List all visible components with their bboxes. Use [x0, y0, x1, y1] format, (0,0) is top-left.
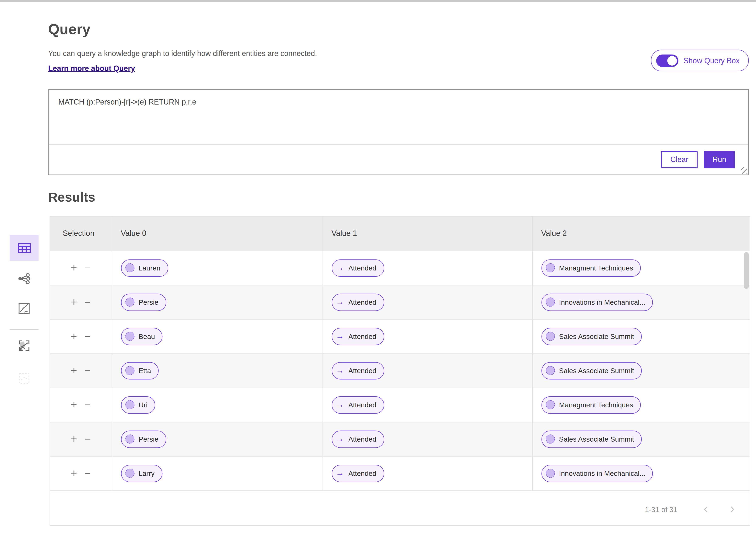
value2-cell: Innovations in Mechanical... [532, 456, 750, 490]
value0-cell: Persie [112, 285, 323, 319]
node-pill[interactable]: Larry [121, 465, 162, 482]
node-pill[interactable]: Beau [121, 328, 163, 345]
toggle-switch-icon[interactable] [656, 54, 678, 67]
toggle-knob [667, 56, 677, 65]
table-scrollbar[interactable] [743, 251, 749, 493]
value1-cell: → Attended [323, 251, 532, 285]
page-description: You can query a knowledge graph to ident… [48, 49, 317, 58]
graph-view-icon [18, 273, 30, 285]
collapse-row-button[interactable]: − [84, 399, 91, 410]
expand-row-button[interactable]: + [71, 263, 77, 273]
node-pill[interactable]: Sales Associate Summit [541, 328, 642, 345]
node-circle-icon [545, 469, 555, 478]
value0-cell: Lauren [112, 251, 323, 285]
value2-cell: Innovations in Mechanical... [532, 285, 750, 319]
textarea-resize-handle[interactable] [741, 167, 747, 174]
collapse-row-button[interactable]: − [84, 263, 91, 273]
node-circle-icon [545, 263, 555, 272]
table-row: + − Uri → Attended Managment Techniques [50, 388, 750, 422]
node-circle-icon [545, 298, 555, 307]
value2-cell: Sales Associate Summit [532, 353, 750, 388]
relation-pill[interactable]: → Attended [332, 396, 384, 414]
query-box: MATCH (p:Person)-[r]->(e) RETURN p,r,e C… [48, 89, 749, 175]
sidebar-item-table-view[interactable] [10, 235, 38, 261]
node-pill[interactable]: Etta [121, 362, 159, 379]
learn-more-link[interactable]: Learn more about Query [48, 64, 135, 73]
selection-cell: + − [50, 388, 112, 422]
sidebar-divider [10, 329, 38, 330]
arrow-right-icon: → [336, 264, 344, 272]
node-pill[interactable]: Persie [121, 431, 166, 448]
node-pill[interactable]: Sales Associate Summit [541, 431, 642, 448]
collapse-row-button[interactable]: − [84, 434, 91, 444]
value0-cell: Uri [112, 388, 323, 422]
arrow-right-icon: → [336, 469, 344, 477]
sidebar-item-frame-graph-view[interactable] [10, 333, 38, 359]
run-button[interactable]: Run [704, 151, 735, 168]
expand-row-button[interactable]: + [71, 297, 77, 308]
relation-pill[interactable]: → Attended [332, 465, 384, 482]
node-pill[interactable]: Innovations in Mechanical... [541, 294, 653, 311]
arrow-right-icon: → [336, 435, 344, 443]
node-pill[interactable]: Uri [121, 396, 155, 414]
table-view-icon [18, 243, 31, 253]
expand-row-button[interactable]: + [71, 468, 77, 478]
collapse-row-button[interactable]: − [84, 297, 91, 308]
expand-row-button[interactable]: + [71, 365, 77, 376]
arrow-right-icon: → [336, 366, 344, 375]
expand-row-button[interactable]: + [71, 331, 77, 342]
node-pill[interactable]: Managment Techniques [541, 396, 641, 414]
table-row: + − Larry → Attended Innovations in Mech… [50, 456, 750, 490]
node-pill[interactable]: Sales Associate Summit [541, 362, 642, 379]
node-pill[interactable]: Innovations in Mechanical... [541, 465, 653, 482]
arrow-right-icon: → [336, 298, 344, 306]
node-pill[interactable]: Lauren [121, 259, 168, 276]
show-query-box-toggle[interactable]: Show Query Box [651, 50, 749, 71]
sidebar-item-disabled-view [10, 365, 38, 392]
relation-pill[interactable]: → Attended [332, 362, 384, 379]
page-title: Query [48, 21, 91, 38]
pagination-next-button[interactable] [725, 502, 739, 516]
collapse-row-button[interactable]: − [84, 365, 91, 376]
node-circle-icon [125, 298, 134, 307]
arrow-right-icon: → [336, 332, 344, 341]
scrollbar-thumb[interactable] [744, 252, 749, 289]
expand-row-button[interactable]: + [71, 399, 77, 410]
value1-cell: → Attended [323, 422, 532, 456]
clear-button[interactable]: Clear [661, 151, 698, 168]
value1-cell: → Attended [323, 388, 532, 422]
sidebar-item-chart-view[interactable] [10, 296, 38, 322]
value1-cell: → Attended [323, 285, 532, 319]
selection-cell: + − [50, 422, 112, 456]
node-pill[interactable]: Persie [121, 294, 166, 311]
arrow-right-icon: → [336, 401, 344, 409]
relation-pill[interactable]: → Attended [332, 259, 384, 276]
relation-pill[interactable]: → Attended [332, 328, 384, 345]
collapse-row-button[interactable]: − [84, 331, 91, 342]
node-circle-icon [125, 400, 134, 409]
relation-pill[interactable]: → Attended [332, 431, 384, 448]
results-title: Results [48, 190, 95, 205]
view-switcher-sidebar [10, 235, 38, 392]
expand-row-button[interactable]: + [71, 434, 77, 444]
table-header-row: Selection Value 0 Value 1 Value 2 [50, 217, 750, 251]
top-border [0, 0, 756, 2]
query-input[interactable]: MATCH (p:Person)-[r]->(e) RETURN p,r,e [49, 90, 748, 145]
value1-cell: → Attended [323, 456, 532, 490]
value0-cell: Larry [112, 456, 323, 490]
value2-cell: Managment Techniques [532, 251, 750, 285]
sidebar-item-graph-view[interactable] [10, 266, 38, 292]
value1-cell: → Attended [323, 319, 532, 353]
selection-cell: + − [50, 353, 112, 388]
collapse-row-button[interactable]: − [84, 468, 91, 478]
node-circle-icon [545, 366, 555, 375]
table-row: + − Beau → Attended Sales Associate Summ… [50, 319, 750, 353]
value2-cell: Sales Associate Summit [532, 422, 750, 456]
pagination-prev-button[interactable] [698, 502, 713, 516]
table-footer: 1-31 of 31 [50, 493, 750, 525]
selection-cell: + − [50, 285, 112, 319]
node-circle-icon [125, 366, 134, 375]
node-circle-icon [125, 332, 134, 341]
relation-pill[interactable]: → Attended [332, 294, 384, 311]
node-pill[interactable]: Managment Techniques [541, 259, 641, 276]
